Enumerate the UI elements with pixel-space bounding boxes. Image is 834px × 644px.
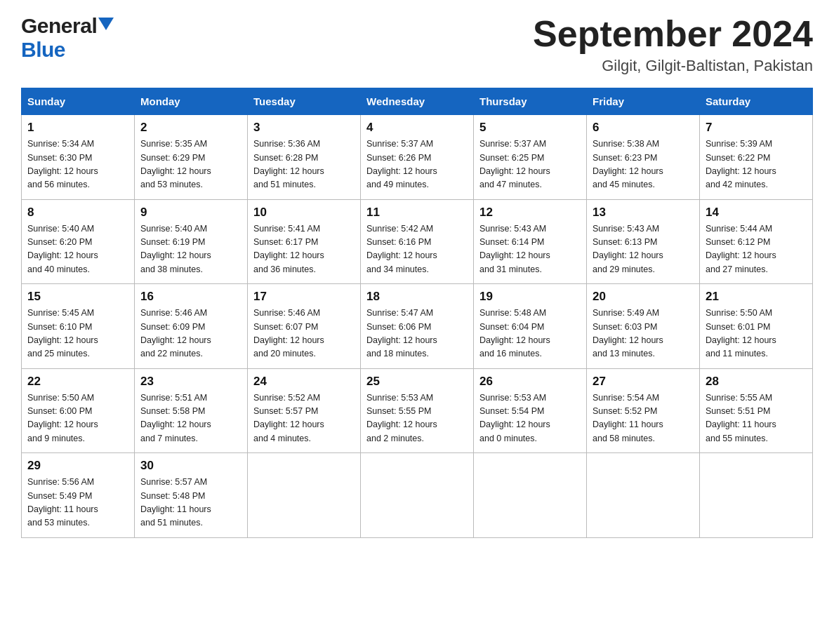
table-row: 5 Sunrise: 5:37 AMSunset: 6:25 PMDayligh… <box>474 115 587 200</box>
day-number: 13 <box>593 206 694 220</box>
table-row: 21 Sunrise: 5:50 AMSunset: 6:01 PMDaylig… <box>700 284 813 369</box>
day-number: 23 <box>140 375 241 389</box>
day-number: 6 <box>593 121 694 135</box>
day-info: Sunrise: 5:41 AMSunset: 6:17 PMDaylight:… <box>253 222 355 277</box>
calendar-header-row: Sunday Monday Tuesday Wednesday Thursday… <box>22 88 813 115</box>
day-info: Sunrise: 5:57 AMSunset: 5:48 PMDaylight:… <box>140 476 241 530</box>
table-row: 16 Sunrise: 5:46 AMSunset: 6:09 PMDaylig… <box>135 284 248 369</box>
day-info: Sunrise: 5:36 AMSunset: 6:28 PMDaylight:… <box>253 137 355 192</box>
day-number: 3 <box>253 121 355 135</box>
col-saturday: Saturday <box>700 88 813 115</box>
table-row: 29 Sunrise: 5:56 AMSunset: 5:49 PMDaylig… <box>22 453 135 538</box>
svg-marker-0 <box>98 18 114 30</box>
col-monday: Monday <box>135 88 248 115</box>
table-row: 8 Sunrise: 5:40 AMSunset: 6:20 PMDayligh… <box>22 199 135 284</box>
logo-triangle-icon <box>98 18 114 33</box>
day-info: Sunrise: 5:46 AMSunset: 6:07 PMDaylight:… <box>253 307 355 361</box>
day-number: 5 <box>479 121 581 135</box>
table-row: 9 Sunrise: 5:40 AMSunset: 6:19 PMDayligh… <box>135 199 248 284</box>
day-info: Sunrise: 5:54 AMSunset: 5:52 PMDaylight:… <box>593 391 694 446</box>
table-row: 26 Sunrise: 5:53 AMSunset: 5:54 PMDaylig… <box>474 368 587 453</box>
table-row <box>474 453 587 538</box>
day-info: Sunrise: 5:50 AMSunset: 6:00 PMDaylight:… <box>27 391 128 446</box>
calendar-week-row: 1 Sunrise: 5:34 AMSunset: 6:30 PMDayligh… <box>22 115 813 200</box>
day-info: Sunrise: 5:53 AMSunset: 5:54 PMDaylight:… <box>479 391 581 446</box>
day-info: Sunrise: 5:40 AMSunset: 6:20 PMDaylight:… <box>27 222 128 277</box>
day-number: 10 <box>253 206 355 220</box>
day-info: Sunrise: 5:50 AMSunset: 6:01 PMDaylight:… <box>706 307 807 361</box>
day-number: 19 <box>479 290 581 304</box>
table-row: 6 Sunrise: 5:38 AMSunset: 6:23 PMDayligh… <box>587 115 700 200</box>
day-info: Sunrise: 5:55 AMSunset: 5:51 PMDaylight:… <box>706 391 807 446</box>
day-info: Sunrise: 5:35 AMSunset: 6:29 PMDaylight:… <box>140 137 241 192</box>
day-number: 27 <box>593 375 694 389</box>
table-row: 2 Sunrise: 5:35 AMSunset: 6:29 PMDayligh… <box>135 115 248 200</box>
day-number: 9 <box>140 206 241 220</box>
title-block: September 2024 Gilgit, Gilgit-Baltistan,… <box>533 14 813 75</box>
logo-general-text: General <box>21 14 97 38</box>
day-number: 22 <box>27 375 128 389</box>
day-number: 2 <box>140 121 241 135</box>
day-info: Sunrise: 5:47 AMSunset: 6:06 PMDaylight:… <box>366 307 468 361</box>
day-info: Sunrise: 5:45 AMSunset: 6:10 PMDaylight:… <box>27 307 128 361</box>
day-number: 25 <box>366 375 468 389</box>
col-tuesday: Tuesday <box>248 88 361 115</box>
table-row: 25 Sunrise: 5:53 AMSunset: 5:55 PMDaylig… <box>361 368 474 453</box>
calendar-title: September 2024 <box>533 14 813 54</box>
table-row: 19 Sunrise: 5:48 AMSunset: 6:04 PMDaylig… <box>474 284 587 369</box>
table-row: 30 Sunrise: 5:57 AMSunset: 5:48 PMDaylig… <box>135 453 248 538</box>
table-row: 4 Sunrise: 5:37 AMSunset: 6:26 PMDayligh… <box>361 115 474 200</box>
day-number: 28 <box>706 375 807 389</box>
day-info: Sunrise: 5:42 AMSunset: 6:16 PMDaylight:… <box>366 222 468 277</box>
day-info: Sunrise: 5:44 AMSunset: 6:12 PMDaylight:… <box>706 222 807 277</box>
day-number: 11 <box>366 206 468 220</box>
day-info: Sunrise: 5:53 AMSunset: 5:55 PMDaylight:… <box>366 391 468 446</box>
day-number: 12 <box>479 206 581 220</box>
day-number: 1 <box>27 121 128 135</box>
table-row: 22 Sunrise: 5:50 AMSunset: 6:00 PMDaylig… <box>22 368 135 453</box>
col-sunday: Sunday <box>22 88 135 115</box>
col-wednesday: Wednesday <box>361 88 474 115</box>
table-row: 18 Sunrise: 5:47 AMSunset: 6:06 PMDaylig… <box>361 284 474 369</box>
calendar-week-row: 22 Sunrise: 5:50 AMSunset: 6:00 PMDaylig… <box>22 368 813 453</box>
table-row <box>587 453 700 538</box>
calendar-table: Sunday Monday Tuesday Wednesday Thursday… <box>21 88 813 538</box>
day-number: 18 <box>366 290 468 304</box>
table-row: 3 Sunrise: 5:36 AMSunset: 6:28 PMDayligh… <box>248 115 361 200</box>
logo: General Blue <box>21 14 114 62</box>
table-row <box>700 453 813 538</box>
col-thursday: Thursday <box>474 88 587 115</box>
day-number: 26 <box>479 375 581 389</box>
day-number: 16 <box>140 290 241 304</box>
table-row <box>248 453 361 538</box>
day-number: 24 <box>253 375 355 389</box>
table-row: 12 Sunrise: 5:43 AMSunset: 6:14 PMDaylig… <box>474 199 587 284</box>
day-info: Sunrise: 5:43 AMSunset: 6:13 PMDaylight:… <box>593 222 694 277</box>
day-number: 29 <box>27 459 128 473</box>
table-row: 14 Sunrise: 5:44 AMSunset: 6:12 PMDaylig… <box>700 199 813 284</box>
day-info: Sunrise: 5:48 AMSunset: 6:04 PMDaylight:… <box>479 307 581 361</box>
day-info: Sunrise: 5:38 AMSunset: 6:23 PMDaylight:… <box>593 137 694 192</box>
table-row: 28 Sunrise: 5:55 AMSunset: 5:51 PMDaylig… <box>700 368 813 453</box>
calendar-week-row: 15 Sunrise: 5:45 AMSunset: 6:10 PMDaylig… <box>22 284 813 369</box>
day-number: 4 <box>366 121 468 135</box>
table-row: 11 Sunrise: 5:42 AMSunset: 6:16 PMDaylig… <box>361 199 474 284</box>
day-info: Sunrise: 5:39 AMSunset: 6:22 PMDaylight:… <box>706 137 807 192</box>
day-info: Sunrise: 5:49 AMSunset: 6:03 PMDaylight:… <box>593 307 694 361</box>
day-info: Sunrise: 5:43 AMSunset: 6:14 PMDaylight:… <box>479 222 581 277</box>
day-info: Sunrise: 5:37 AMSunset: 6:25 PMDaylight:… <box>479 137 581 192</box>
day-info: Sunrise: 5:51 AMSunset: 5:58 PMDaylight:… <box>140 391 241 446</box>
page-header: General Blue September 2024 Gilgit, Gilg… <box>21 14 813 75</box>
day-info: Sunrise: 5:40 AMSunset: 6:19 PMDaylight:… <box>140 222 241 277</box>
day-info: Sunrise: 5:52 AMSunset: 5:57 PMDaylight:… <box>253 391 355 446</box>
calendar-week-row: 29 Sunrise: 5:56 AMSunset: 5:49 PMDaylig… <box>22 453 813 538</box>
day-number: 17 <box>253 290 355 304</box>
table-row: 7 Sunrise: 5:39 AMSunset: 6:22 PMDayligh… <box>700 115 813 200</box>
table-row: 17 Sunrise: 5:46 AMSunset: 6:07 PMDaylig… <box>248 284 361 369</box>
day-info: Sunrise: 5:46 AMSunset: 6:09 PMDaylight:… <box>140 307 241 361</box>
table-row: 1 Sunrise: 5:34 AMSunset: 6:30 PMDayligh… <box>22 115 135 200</box>
calendar-week-row: 8 Sunrise: 5:40 AMSunset: 6:20 PMDayligh… <box>22 199 813 284</box>
day-number: 8 <box>27 206 128 220</box>
table-row: 23 Sunrise: 5:51 AMSunset: 5:58 PMDaylig… <box>135 368 248 453</box>
day-number: 30 <box>140 459 241 473</box>
